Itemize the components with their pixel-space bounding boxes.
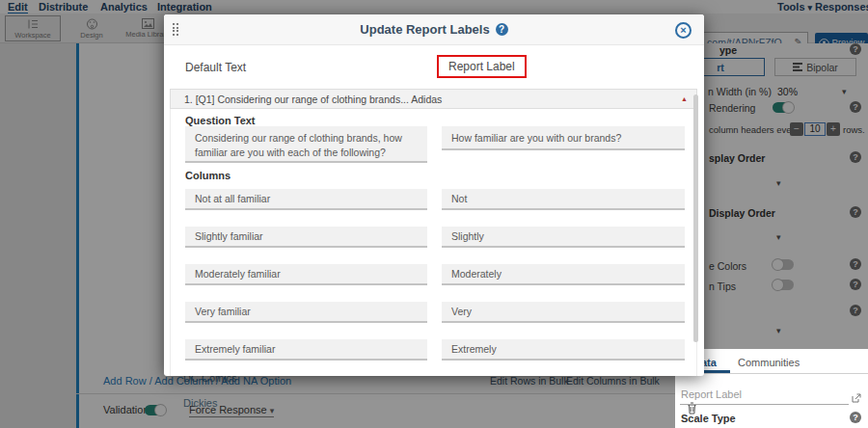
question-accordion-header[interactable]: 1. [Q1] Considering our range of clothin… <box>170 89 697 109</box>
help-icon[interactable]: ? <box>496 23 508 36</box>
report-column-field[interactable]: Slightly <box>442 227 685 248</box>
default-column-field[interactable]: Not at all familiar <box>185 189 427 210</box>
question-text-section-label: Question Text <box>185 115 256 126</box>
settings-bottom-panel: ata Communities Report Label Scale Type … <box>675 349 868 428</box>
columns-section-label: Columns <box>185 170 231 181</box>
default-column-field[interactable]: Slightly familiar <box>185 227 427 248</box>
app-canvas: Edit Distribute Analytics Integration To… <box>0 0 868 428</box>
report-label-input[interactable]: Report Label <box>681 388 742 400</box>
update-report-labels-modal: Update Report Labels ? × Default Text Re… <box>164 14 704 376</box>
default-column-field[interactable]: Extremely familiar <box>185 339 427 361</box>
question-accordion-title: 1. [Q1] Considering our range of clothin… <box>171 94 442 105</box>
external-link-icon <box>852 393 861 403</box>
report-label-column-header-highlighted: Report Label <box>437 55 527 78</box>
report-column-field[interactable]: Moderately <box>442 264 685 285</box>
open-report-labels-button[interactable] <box>852 389 861 407</box>
default-text-column-header: Default Text <box>185 61 246 74</box>
modal-header: Update Report Labels ? × <box>164 14 704 45</box>
report-column-field[interactable]: Very <box>442 302 685 323</box>
modal-title: Update Report Labels <box>360 22 489 37</box>
scale-type-label: Scale Type <box>681 413 736 424</box>
divider <box>675 373 868 374</box>
collapse-arrow-icon[interactable]: ▲ <box>681 95 688 102</box>
close-icon[interactable]: × <box>675 22 692 39</box>
report-column-field[interactable]: Not <box>442 189 685 210</box>
modal-scrollbar[interactable] <box>693 94 698 342</box>
report-column-field[interactable]: Extremely <box>442 339 685 361</box>
default-column-field[interactable]: Moderately familiar <box>185 264 427 285</box>
input-underline <box>680 404 849 405</box>
default-question-text-field[interactable]: Considering our range of clothing brands… <box>185 126 427 163</box>
tab-communities[interactable]: Communities <box>738 357 800 368</box>
report-question-text-field[interactable]: How familiar are you with our brands? <box>442 126 685 150</box>
help-icon[interactable]: ? <box>850 412 861 423</box>
default-column-field[interactable]: Very familiar <box>185 302 427 323</box>
drag-handle-icon[interactable] <box>173 23 178 36</box>
